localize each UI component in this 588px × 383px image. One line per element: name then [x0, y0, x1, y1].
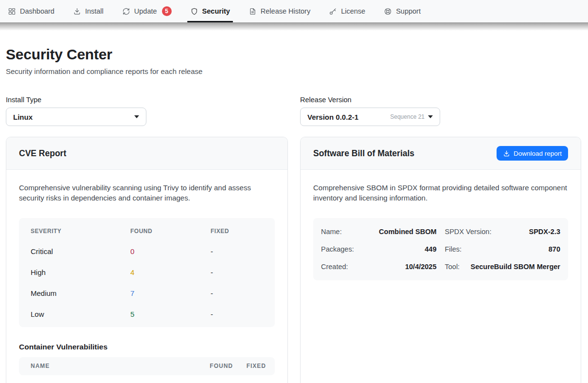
nav-tab-label: Support — [396, 7, 421, 15]
sbom-files-label: Files: — [445, 245, 462, 253]
table-row: Low 5 - — [19, 310, 275, 318]
list-item: Packages: 449 Files: 870 — [321, 240, 560, 258]
update-refresh-icon — [122, 7, 130, 16]
nav-tab-label: Update — [134, 7, 157, 15]
top-navigation: Dashboard Install Update 5 Security Rele… — [0, 0, 588, 22]
cve-report-card: CVE Report Comprehensive vulnerability s… — [6, 137, 288, 383]
install-type-label: Install Type — [6, 96, 288, 104]
release-history-file-icon — [249, 7, 257, 16]
support-lifebuoy-icon — [384, 7, 392, 16]
nav-tab-security[interactable]: Security — [190, 0, 230, 22]
cve-card-header: CVE Report — [6, 137, 287, 170]
table-row: Medium 7 - — [19, 289, 275, 297]
chevron-down-icon — [134, 115, 139, 118]
fixed-column-header: FIXED — [211, 228, 263, 235]
sbom-card-title: Software Bill of Materials — [313, 148, 414, 159]
severity-name: Critical — [31, 247, 130, 255]
download-report-button[interactable]: Download report — [497, 146, 568, 161]
severity-fixed-count: - — [211, 268, 263, 276]
severity-table-header: SEVERITY FOUND FIXED — [19, 228, 275, 235]
severity-found-count: 0 — [130, 247, 211, 255]
install-download-icon — [73, 7, 81, 16]
table-row: Critical 0 - — [19, 247, 275, 255]
fixed-column-header: FIXED — [233, 363, 266, 369]
list-item: Name: Combined SBOM SPDX Version: SPDX-2… — [321, 223, 560, 240]
severity-table: SEVERITY FOUND FIXED Critical 0 - High 4… — [19, 218, 275, 327]
install-type-value: Linux — [13, 113, 33, 121]
severity-fixed-count: - — [211, 289, 263, 297]
severity-fixed-count: - — [211, 310, 263, 318]
container-vulnerabilities-table-header: NAME FOUND FIXED — [19, 357, 275, 375]
cve-description: Comprehensive vulnerability scanning usi… — [19, 182, 275, 203]
cve-card-body: Comprehensive vulnerability scanning usi… — [6, 170, 287, 383]
nav-tab-label: Dashboard — [20, 7, 54, 15]
found-column-header: FOUND — [194, 363, 233, 369]
severity-name: Low — [31, 310, 130, 318]
security-shield-icon — [190, 7, 198, 16]
release-version-filter: Release Version Version 0.0.2-1 Sequence… — [300, 96, 581, 126]
sbom-tool-value: SecureBuild SBOM Merger — [460, 263, 560, 271]
found-column-header: FOUND — [130, 228, 211, 235]
nav-tab-update[interactable]: Update 5 — [122, 0, 172, 22]
sbom-packages-value: 449 — [354, 245, 437, 253]
sbom-packages-label: Packages: — [321, 245, 354, 253]
sbom-description: Comprehensive SBOM in SPDX format provid… — [313, 182, 568, 203]
severity-column-header: SEVERITY — [31, 228, 130, 235]
chevron-down-icon — [428, 115, 433, 118]
page-title: Security Center — [6, 46, 581, 63]
dashboard-grid-icon — [8, 7, 16, 16]
table-row: High 4 - — [19, 268, 275, 276]
download-icon — [503, 150, 510, 157]
severity-fixed-count: - — [211, 247, 263, 255]
severity-name: Medium — [31, 289, 130, 297]
list-item: Created: 10/4/2025 Tool: SecureBuild SBO… — [321, 258, 560, 275]
sbom-created-value: 10/4/2025 — [348, 263, 437, 271]
sbom-files-value: 870 — [462, 245, 560, 253]
cards-row: CVE Report Comprehensive vulnerability s… — [6, 137, 581, 383]
nav-tab-label: Security — [202, 7, 230, 15]
sbom-spdx-version-label: SPDX Version: — [445, 228, 492, 236]
nav-tab-label: Release History — [261, 7, 310, 15]
severity-found-count: 4 — [130, 268, 211, 276]
install-type-filter: Install Type Linux — [6, 96, 288, 126]
update-count-badge: 5 — [162, 6, 172, 16]
nav-tab-label: License — [341, 7, 365, 15]
sbom-card: Software Bill of Materials Download repo… — [300, 137, 581, 383]
nav-tab-install[interactable]: Install — [73, 0, 104, 22]
main-content: Security Center Security information and… — [0, 46, 588, 383]
nav-tab-release-history[interactable]: Release History — [249, 0, 310, 22]
release-version-label: Release Version — [300, 96, 581, 104]
sbom-name-label: Name: — [321, 228, 342, 236]
filters-row: Install Type Linux Release Version Versi… — [6, 96, 581, 126]
severity-found-count: 7 — [130, 289, 211, 297]
sbom-info-grid: Name: Combined SBOM SPDX Version: SPDX-2… — [313, 218, 568, 280]
page-subtitle: Security information and compliance repo… — [6, 67, 581, 75]
severity-found-count: 5 — [130, 310, 211, 318]
severity-name: High — [31, 268, 130, 276]
nav-shadow-divider — [0, 22, 588, 31]
sbom-card-header: Software Bill of Materials Download repo… — [301, 137, 581, 170]
sbom-tool-label: Tool: — [445, 263, 460, 271]
name-column-header: NAME — [31, 363, 194, 369]
sbom-name-value: Combined SBOM — [342, 228, 437, 236]
nav-tab-label: Install — [85, 7, 104, 15]
nav-tab-support[interactable]: Support — [384, 0, 421, 22]
download-report-label: Download report — [514, 150, 562, 157]
release-version-value: Version 0.0.2-1 — [307, 113, 358, 121]
sbom-spdx-version-value: SPDX-2.3 — [491, 228, 560, 236]
install-type-select[interactable]: Linux — [6, 108, 146, 126]
release-sequence-label: Sequence 21 — [390, 113, 425, 120]
nav-tab-dashboard[interactable]: Dashboard — [8, 0, 54, 22]
license-key-icon — [329, 7, 337, 16]
sbom-card-body: Comprehensive SBOM in SPDX format provid… — [301, 170, 581, 293]
cve-card-title: CVE Report — [19, 148, 66, 159]
nav-tab-license[interactable]: License — [329, 0, 365, 22]
sbom-created-label: Created: — [321, 263, 348, 271]
release-version-select[interactable]: Version 0.0.2-1 Sequence 21 — [300, 108, 440, 126]
container-vulnerabilities-title: Container Vulnerabilities — [19, 343, 275, 351]
